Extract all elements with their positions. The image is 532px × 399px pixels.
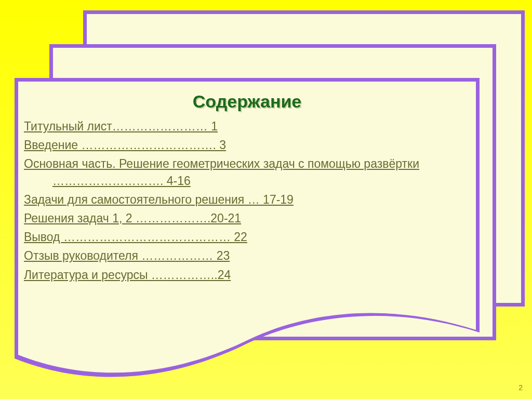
- card-content: Содержание Титульный лист…………………… 1Введе…: [24, 87, 470, 365]
- toc-link[interactable]: Решения задач 1, 2 ……………….20-21: [24, 210, 470, 227]
- toc-link[interactable]: Задачи для самостоятельного решения … 17…: [24, 191, 470, 208]
- toc-link[interactable]: Отзыв руководителя ……………… 23: [24, 247, 470, 264]
- slide: Содержание Титульный лист…………………… 1Введе…: [0, 0, 532, 399]
- toc-link[interactable]: Литература и ресурсы ……………..24: [24, 267, 470, 283]
- toc-link[interactable]: Основная часть. Решение геометрических з…: [24, 155, 470, 189]
- toc-link[interactable]: Введение ……………………………. 3: [24, 137, 470, 153]
- toc-link[interactable]: Титульный лист…………………… 1: [24, 118, 470, 135]
- toc-link[interactable]: Вывод …………………………………… 22: [24, 229, 470, 245]
- page-number: 2: [518, 383, 523, 392]
- toc-list: Титульный лист…………………… 1Введение ……………………: [24, 118, 470, 283]
- card-front: Содержание Титульный лист…………………… 1Введе…: [15, 78, 480, 374]
- page-title: Содержание: [24, 91, 470, 112]
